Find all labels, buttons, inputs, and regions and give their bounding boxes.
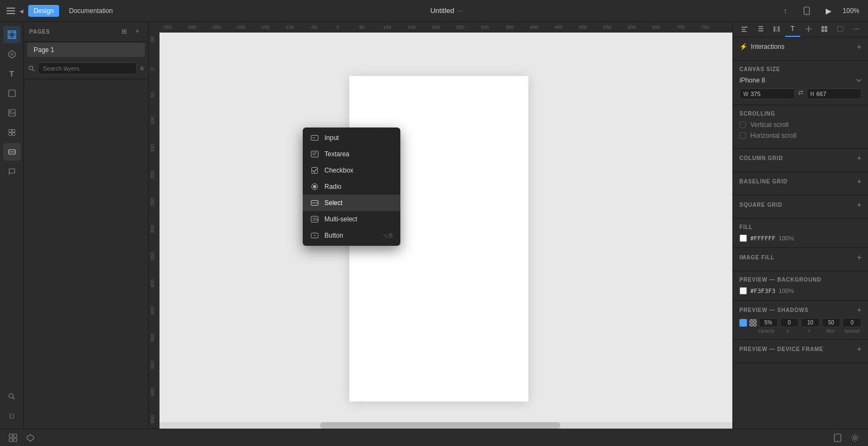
- baseline-grid-add-btn[interactable]: +: [857, 177, 861, 185]
- tab-align2[interactable]: [753, 22, 768, 37]
- preview-bg-swatch[interactable]: [739, 287, 747, 295]
- fill-color-swatch[interactable]: [739, 234, 747, 242]
- zoom-level[interactable]: 100%: [843, 7, 859, 15]
- tab-documentation[interactable]: Documentation: [63, 5, 118, 17]
- tab-design[interactable]: Design: [28, 5, 59, 17]
- tab-more[interactable]: [849, 22, 864, 37]
- filter-btn[interactable]: ≡: [140, 65, 144, 72]
- sidebar-pages-header: PAGES ⊞ +: [24, 22, 148, 42]
- fill-opacity-value[interactable]: 100%: [778, 235, 794, 241]
- swap-dimensions-btn[interactable]: ⇄: [798, 88, 803, 99]
- interactions-add-btn[interactable]: +: [857, 43, 861, 50]
- column-grid-header: COLUMN GRID +: [739, 154, 861, 162]
- rect-tool-btn[interactable]: [3, 85, 21, 102]
- form-tool-btn[interactable]: [3, 143, 21, 161]
- svg-rect-90: [838, 26, 843, 31]
- preview-bg-hex[interactable]: #F3F3F3: [750, 288, 775, 295]
- preview-shadows-add-btn[interactable]: +: [857, 306, 861, 314]
- tab-grid[interactable]: [817, 22, 832, 37]
- svg-text:100: 100: [150, 117, 155, 125]
- document-title[interactable]: Untitled: [430, 7, 454, 15]
- height-field[interactable]: H 667: [807, 88, 862, 99]
- shadow-y-field[interactable]: 10: [801, 318, 820, 327]
- menu-item-select-label: Select: [324, 199, 393, 207]
- canvas-bg[interactable]: Input Textarea Checkbox: [159, 33, 732, 418]
- title-more-icon[interactable]: ···: [457, 7, 463, 15]
- svg-text:550: 550: [150, 361, 155, 369]
- shadow-enabled-checkbox[interactable]: [739, 319, 747, 327]
- page-item-1[interactable]: Page 1: [27, 43, 145, 57]
- square-grid-add-btn[interactable]: +: [857, 201, 861, 208]
- component-tool-btn[interactable]: [3, 124, 21, 141]
- scrolling-title: SCROLLING: [739, 111, 775, 117]
- svg-text:-250: -250: [211, 24, 221, 30]
- fill-hex-value[interactable]: #FFFFFF: [750, 235, 775, 242]
- menu-item-button[interactable]: Button ⌥B: [303, 227, 400, 244]
- menu-item-radio[interactable]: Radio: [303, 179, 400, 195]
- bottom-right-actions: [831, 431, 861, 444]
- column-grid-section: COLUMN GRID +: [733, 149, 868, 172]
- component-library-btn[interactable]: [7, 431, 20, 444]
- menu-item-radio-label: Radio: [324, 183, 393, 190]
- svg-point-100: [854, 436, 857, 439]
- preview-device-frame-add-btn[interactable]: +: [857, 345, 861, 353]
- pages-grid-btn[interactable]: ⊞: [119, 26, 130, 37]
- svg-rect-62: [311, 151, 318, 157]
- menu-item-input[interactable]: Input: [303, 130, 400, 146]
- shadow-spread-field[interactable]: 0: [843, 318, 861, 327]
- checkbox-icon: [310, 166, 319, 175]
- assets-btn[interactable]: [24, 431, 37, 444]
- svg-text:0: 0: [336, 24, 339, 30]
- settings-btn[interactable]: [848, 431, 861, 444]
- code-tool-btn[interactable]: {;}: [3, 407, 21, 424]
- multiselect-icon: [310, 215, 319, 224]
- tab-align[interactable]: [737, 22, 752, 37]
- svg-rect-79: [758, 28, 763, 29]
- pages-header-actions: ⊞ +: [119, 26, 143, 37]
- frame-tool-btn[interactable]: [3, 26, 21, 43]
- tab-border[interactable]: [833, 22, 847, 37]
- scrollbar-thumb[interactable]: [320, 422, 561, 429]
- shadow-opacity-field[interactable]: 5%: [759, 318, 778, 327]
- column-grid-add-btn[interactable]: +: [857, 154, 861, 162]
- preview-bg-opacity[interactable]: 100%: [778, 288, 794, 294]
- scrollbar-horizontal[interactable]: [159, 422, 732, 429]
- menu-item-select[interactable]: Select: [303, 195, 400, 211]
- height-label: H: [810, 91, 814, 97]
- search-tool-btn[interactable]: [3, 387, 21, 405]
- canvas-size-dropdown[interactable]: [856, 79, 861, 82]
- image-fill-add-btn[interactable]: +: [857, 253, 861, 261]
- column-grid-title: COLUMN GRID: [739, 155, 783, 161]
- text-tool-btn[interactable]: T: [3, 65, 21, 82]
- pages-add-btn[interactable]: +: [132, 26, 143, 37]
- device-preview-btn[interactable]: [799, 3, 814, 18]
- menu-item-multiselect[interactable]: Multi-select: [303, 211, 400, 227]
- svg-point-10: [10, 111, 11, 112]
- menu-item-checkbox[interactable]: Checkbox: [303, 162, 400, 179]
- menu-item-textarea[interactable]: Textarea: [303, 146, 400, 162]
- shadow-opacity-label: Opacity: [757, 328, 776, 334]
- play-btn[interactable]: ▶: [821, 3, 836, 18]
- share-btn[interactable]: ↑: [777, 3, 793, 18]
- width-field[interactable]: W 375: [739, 88, 795, 99]
- horizontal-scroll-checkbox[interactable]: [739, 132, 746, 139]
- tab-typography[interactable]: T: [785, 22, 800, 37]
- shadow-color-swatch[interactable]: [749, 319, 757, 327]
- back-btn[interactable]: ◂: [20, 3, 24, 18]
- menu-icon[interactable]: [7, 4, 15, 17]
- vertical-scroll-checkbox[interactable]: [739, 122, 746, 128]
- pen-tool-btn[interactable]: [3, 46, 21, 63]
- shadow-x-field[interactable]: 0: [780, 318, 799, 327]
- screen-btn[interactable]: [831, 431, 844, 444]
- vertical-scroll-label: Vertical scroll: [750, 121, 789, 129]
- image-tool-btn[interactable]: [3, 104, 21, 122]
- topbar: ◂ Design Documentation Untitled ··· ↑ ▶ …: [0, 0, 868, 22]
- canvas-area[interactable]: -350-300-250 -200-150-100 -50050 1001502…: [149, 22, 732, 429]
- search-layers-input[interactable]: [38, 62, 137, 74]
- shadow-blur-field[interactable]: 50: [822, 318, 841, 327]
- svg-text:700: 700: [676, 24, 685, 30]
- comment-tool-btn[interactable]: [3, 163, 21, 180]
- tab-distribute[interactable]: [769, 22, 784, 37]
- button-shortcut: ⌥B: [382, 233, 393, 239]
- tab-spacing[interactable]: [801, 22, 816, 37]
